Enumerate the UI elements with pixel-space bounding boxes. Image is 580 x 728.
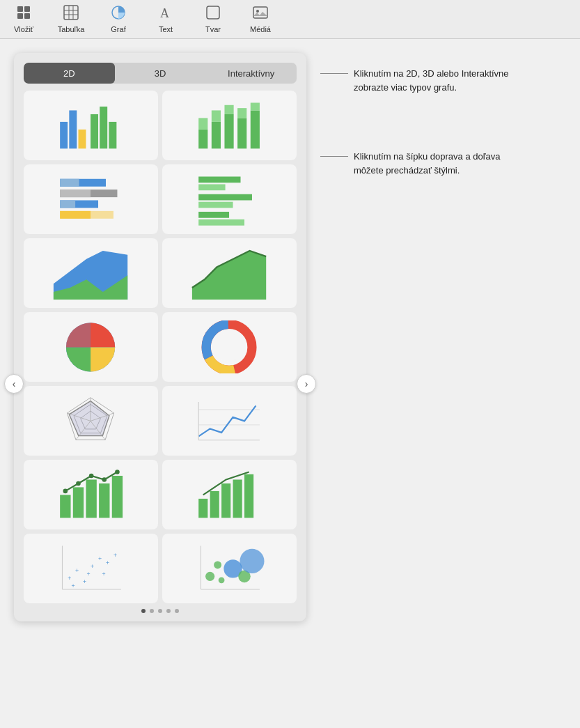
annotation-text-1: Kliknutím na 2D, 3D alebo Interaktívne z… bbox=[354, 67, 515, 94]
svg-rect-23 bbox=[212, 110, 221, 121]
chart-cell-horiz-bar[interactable] bbox=[24, 164, 158, 234]
seg-btn-3d[interactable]: 3D bbox=[115, 63, 206, 84]
area-chart bbox=[31, 247, 150, 300]
toolbar-item-tabulka[interactable]: Tabuľka bbox=[54, 5, 88, 33]
toolbar-item-graf[interactable]: Graf bbox=[102, 5, 135, 33]
svg-rect-4 bbox=[64, 6, 78, 20]
chart-cell-area[interactable] bbox=[24, 238, 158, 308]
dot-5[interactable] bbox=[175, 609, 179, 613]
seg-btn-interactive[interactable]: Interaktívny bbox=[205, 63, 297, 84]
svg-rect-19 bbox=[109, 122, 117, 148]
annotations-area: Kliknutím na 2D, 3D alebo Interaktívne z… bbox=[320, 53, 566, 714]
svg-rect-40 bbox=[199, 194, 253, 200]
toolbar-label-media: Médiá bbox=[250, 25, 271, 33]
chart-cell-pie[interactable] bbox=[24, 312, 158, 382]
svg-rect-18 bbox=[100, 107, 108, 148]
mixed-chart-2 bbox=[170, 468, 288, 522]
svg-point-98 bbox=[240, 548, 265, 573]
stacked-bar-chart bbox=[170, 99, 288, 153]
svg-text:+: + bbox=[72, 582, 75, 589]
segmented-control: 2D 3D Interaktívny bbox=[24, 63, 297, 84]
svg-rect-41 bbox=[199, 201, 233, 208]
chart-cell-donut[interactable] bbox=[162, 312, 297, 382]
svg-point-71 bbox=[77, 481, 81, 486]
chart-cell-mixed[interactable] bbox=[24, 460, 158, 529]
chart-cell-line-area[interactable] bbox=[162, 238, 297, 308]
svg-rect-20 bbox=[199, 129, 208, 148]
svg-rect-42 bbox=[199, 212, 230, 218]
annotation-2: Kliknutím na šípku doprava a doľava môže… bbox=[320, 150, 515, 177]
svg-point-74 bbox=[116, 470, 120, 474]
svg-rect-16 bbox=[79, 129, 86, 148]
toolbar-label-tvar: Tvar bbox=[205, 25, 221, 33]
chart-cell-scatter[interactable]: + + + + + + + + + + bbox=[24, 534, 158, 603]
svg-text:+: + bbox=[98, 555, 102, 562]
graf-icon bbox=[111, 5, 126, 24]
toolbar-label-graf: Graf bbox=[111, 25, 125, 33]
svg-rect-2 bbox=[17, 13, 23, 19]
text-icon: A bbox=[158, 5, 173, 24]
tabulka-icon bbox=[63, 5, 79, 24]
svg-rect-24 bbox=[225, 114, 234, 148]
svg-rect-11 bbox=[207, 6, 219, 19]
dot-3[interactable] bbox=[158, 609, 162, 613]
toolbar-item-text[interactable]: A Text bbox=[149, 5, 182, 33]
svg-rect-26 bbox=[238, 118, 247, 148]
chart-cell-mixed2[interactable] bbox=[162, 460, 297, 529]
horiz-grouped-chart bbox=[170, 173, 288, 226]
svg-rect-22 bbox=[212, 122, 221, 148]
chart-cell-bubble[interactable] bbox=[162, 534, 297, 603]
svg-rect-77 bbox=[222, 483, 231, 518]
dot-1[interactable] bbox=[141, 609, 146, 613]
svg-rect-12 bbox=[253, 7, 267, 18]
svg-text:+: + bbox=[84, 578, 87, 585]
svg-text:+: + bbox=[102, 571, 106, 578]
svg-rect-75 bbox=[199, 498, 208, 517]
svg-rect-33 bbox=[61, 189, 91, 197]
svg-rect-68 bbox=[100, 483, 110, 518]
panel-wrapper: ‹ 2D 3D Interaktívny bbox=[14, 53, 306, 714]
seg-btn-2d[interactable]: 2D bbox=[24, 63, 115, 84]
annotation-line-1 bbox=[320, 73, 348, 74]
svg-rect-14 bbox=[61, 122, 68, 148]
svg-rect-27 bbox=[238, 108, 247, 118]
donut-chart bbox=[170, 320, 288, 374]
arrow-right-button[interactable]: › bbox=[297, 374, 316, 394]
chart-panel: 2D 3D Interaktívny bbox=[14, 53, 306, 621]
toolbar-item-vlozit[interactable]: Vložiť bbox=[7, 5, 40, 33]
chevron-right-icon: › bbox=[305, 378, 308, 389]
toolbar-item-media[interactable]: Médiá bbox=[244, 5, 277, 33]
svg-marker-46 bbox=[192, 251, 266, 300]
annotation-line-2 bbox=[320, 156, 348, 157]
arrow-left-button[interactable]: ‹ bbox=[4, 374, 24, 394]
pagination-dots bbox=[14, 609, 306, 613]
svg-point-13 bbox=[256, 10, 259, 13]
svg-text:A: A bbox=[160, 6, 169, 20]
svg-rect-66 bbox=[73, 487, 84, 518]
toolbar-label-vlozit: Vložiť bbox=[14, 25, 33, 33]
chart-cell-stock[interactable] bbox=[162, 386, 297, 456]
pie-chart bbox=[31, 320, 150, 374]
toolbar: Vložiť Tabuľka Graf A Text Tvar Médiá bbox=[0, 0, 580, 39]
dot-4[interactable] bbox=[166, 609, 171, 613]
bubble-chart bbox=[170, 542, 288, 596]
svg-rect-29 bbox=[251, 102, 260, 110]
svg-point-51 bbox=[216, 333, 243, 360]
svg-rect-43 bbox=[199, 219, 245, 226]
chart-cell-horiz-grouped[interactable] bbox=[162, 164, 297, 234]
svg-rect-21 bbox=[199, 118, 208, 129]
svg-rect-37 bbox=[61, 210, 114, 218]
chart-cell-grouped-bar[interactable] bbox=[24, 91, 158, 160]
annotation-text-2: Kliknutím na šípku doprava a doľava môže… bbox=[354, 150, 515, 177]
svg-point-72 bbox=[89, 473, 94, 478]
chart-cell-stacked-bar[interactable] bbox=[162, 91, 297, 160]
svg-text:+: + bbox=[87, 571, 91, 578]
toolbar-item-tvar[interactable]: Tvar bbox=[196, 5, 230, 33]
chevron-left-icon: ‹ bbox=[13, 378, 16, 389]
dot-2[interactable] bbox=[150, 609, 154, 613]
chart-cell-radar[interactable] bbox=[24, 386, 158, 456]
svg-point-73 bbox=[102, 477, 107, 482]
svg-rect-67 bbox=[86, 479, 97, 518]
annotation-1: Kliknutím na 2D, 3D alebo Interaktívne z… bbox=[320, 67, 515, 94]
stock-chart bbox=[170, 394, 288, 448]
